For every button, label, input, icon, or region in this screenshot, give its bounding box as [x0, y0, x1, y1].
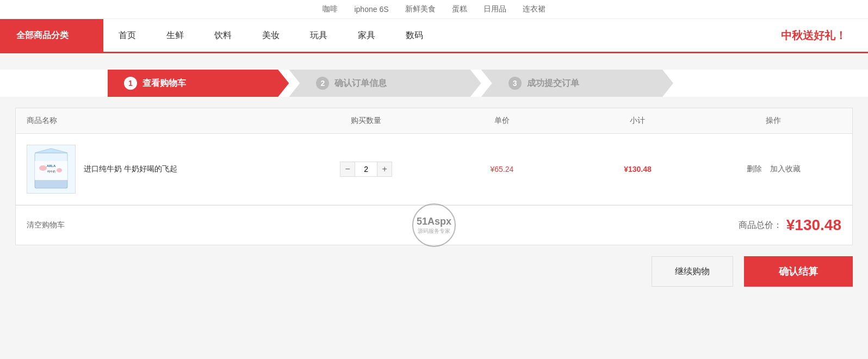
continue-shopping-button[interactable]: 继续购物 — [652, 256, 733, 287]
cart-container: 商品名称 购买数量 单价 小计 操作 ARLA — [15, 108, 853, 245]
watermark-brand: 51Aspx — [417, 216, 451, 227]
svg-point-4 — [57, 168, 62, 172]
nav-item-4[interactable]: 玩具 — [295, 19, 343, 52]
step-3-label: 成功提交订单 — [527, 78, 579, 89]
checkout-steps: 1 查看购物车 2 确认订单信息 3 成功提交订单 — [108, 70, 760, 97]
header-action: 操作 — [705, 116, 841, 126]
watermark-sub: 源码服务专家 — [418, 227, 450, 235]
table-row: ARLA 纯牛奶 进口纯牛奶 牛奶好喝的飞起 − + ¥65.24 ¥130.4… — [16, 134, 852, 205]
all-categories-button[interactable]: 全部商品分类 — [0, 19, 103, 52]
header-subtotal: 小计 — [570, 116, 706, 126]
step-wrapper: 1 查看购物车 2 确认订单信息 3 成功提交订单 — [108, 70, 673, 97]
svg-text:纯牛奶: 纯牛奶 — [47, 170, 55, 173]
total-amount: ¥130.48 — [786, 216, 841, 234]
svg-point-3 — [39, 165, 47, 171]
nav-item-6[interactable]: 数码 — [390, 19, 438, 52]
quantity-increase-button[interactable]: + — [377, 162, 392, 177]
unit-price: ¥65.24 — [434, 165, 570, 174]
total-label: 商品总价： — [739, 220, 782, 231]
subtotal-price: ¥130.48 — [570, 165, 706, 174]
nav-item-2[interactable]: 饮料 — [199, 19, 247, 52]
top-nav: 咖啡 iphone 6S 新鲜美食 蛋糕 日用品 连衣裙 — [0, 0, 868, 19]
step-3: 3 成功提交订单 — [481, 70, 673, 97]
main-nav-inner: 全部商品分类 首页 生鲜 饮料 美妆 玩具 家具 数码 中秋送好礼！ — [0, 19, 868, 52]
quantity-input[interactable] — [355, 162, 377, 177]
quantity-decrease-button[interactable]: − — [340, 162, 355, 177]
topnav-link-1[interactable]: iphone 6S — [354, 5, 388, 14]
cart-actions: 继续购物 确认结算 — [15, 256, 853, 287]
cart-footer: 清空购物车 51Aspx 源码服务专家 商品总价： ¥130.48 — [16, 205, 852, 245]
product-name: 进口纯牛奶 牛奶好喝的飞起 — [84, 164, 177, 174]
total-area: 商品总价： ¥130.48 — [739, 216, 841, 234]
header-product: 商品名称 — [27, 116, 298, 126]
top-nav-links: 咖啡 iphone 6S 新鲜美食 蛋糕 日用品 连衣裙 — [108, 4, 760, 14]
nav-items: 首页 生鲜 饮料 美妆 玩具 家具 数码 — [103, 19, 781, 52]
step-1-num: 1 — [124, 77, 137, 90]
checkout-button[interactable]: 确认结算 — [744, 256, 853, 287]
svg-rect-7 — [35, 180, 67, 188]
main-nav: 全部商品分类 首页 生鲜 饮料 美妆 玩具 家具 数码 中秋送好礼！ — [0, 19, 868, 53]
collect-button[interactable]: 加入收藏 — [770, 164, 801, 174]
topnav-link-3[interactable]: 蛋糕 — [452, 4, 467, 14]
product-image: ARLA 纯牛奶 — [32, 147, 70, 191]
topnav-link-5[interactable]: 连衣裙 — [523, 4, 545, 14]
cart-header: 商品名称 购买数量 单价 小计 操作 — [16, 108, 852, 134]
watermark-circle: 51Aspx 源码服务专家 — [412, 203, 456, 247]
step-1-label: 查看购物车 — [142, 78, 186, 89]
delete-button[interactable]: 删除 — [747, 164, 762, 174]
product-info: ARLA 纯牛奶 进口纯牛奶 牛奶好喝的飞起 — [27, 145, 298, 194]
svg-text:ARLA: ARLA — [47, 164, 56, 168]
header-price: 单价 — [434, 116, 570, 126]
step-2-num: 2 — [316, 77, 329, 90]
step-2: 2 确认订单信息 — [289, 70, 481, 97]
nav-item-0[interactable]: 首页 — [103, 19, 151, 52]
nav-promo: 中秋送好礼！ — [781, 19, 868, 52]
nav-item-1[interactable]: 生鲜 — [151, 19, 199, 52]
svg-marker-1 — [35, 148, 67, 153]
nav-item-5[interactable]: 家具 — [343, 19, 390, 52]
product-thumbnail: ARLA 纯牛奶 — [27, 145, 76, 194]
step-2-label: 确认订单信息 — [334, 78, 387, 89]
topnav-link-0[interactable]: 咖啡 — [323, 4, 338, 14]
step-3-num: 3 — [509, 77, 522, 90]
watermark: 51Aspx 源码服务专家 — [412, 203, 456, 247]
topnav-link-4[interactable]: 日用品 — [483, 4, 506, 14]
nav-item-3[interactable]: 美妆 — [247, 19, 295, 52]
clear-cart-button[interactable]: 清空购物车 — [27, 220, 65, 230]
step-1: 1 查看购物车 — [108, 70, 289, 97]
topnav-link-2[interactable]: 新鲜美食 — [405, 4, 436, 14]
quantity-control: − + — [298, 162, 434, 177]
action-column: 删除 加入收藏 — [705, 164, 841, 174]
header-quantity: 购买数量 — [298, 116, 434, 126]
